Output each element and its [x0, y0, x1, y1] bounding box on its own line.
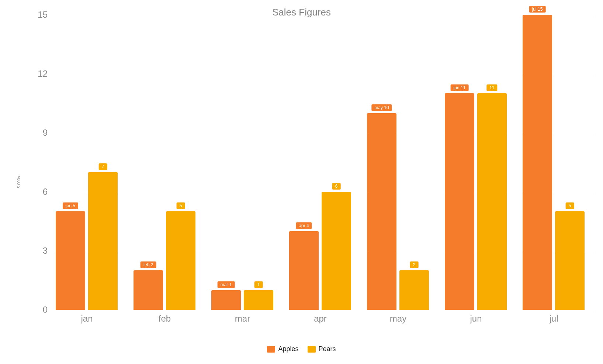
x-tick-may: may: [359, 310, 437, 324]
bar-label-apples-feb: feb 2: [141, 261, 156, 268]
bar-label-apples-may: may 10: [371, 104, 392, 111]
legend: Apples Pears: [0, 345, 603, 353]
bar-pears-jan[interactable]: 7: [88, 172, 118, 310]
legend-item-apples[interactable]: Apples: [267, 345, 298, 353]
bar-label-apples-apr: apr 4: [296, 222, 312, 229]
legend-item-pears[interactable]: Pears: [308, 345, 336, 353]
bar-label-apples-mar: mar 1: [218, 281, 235, 288]
x-tick-apr: apr: [281, 310, 359, 324]
y-tick-15: 15: [25, 10, 48, 20]
cat-mar: mar 1 1 mar: [204, 15, 281, 310]
bar-pears-jun[interactable]: 11: [477, 93, 507, 310]
x-tick-jul: jul: [515, 310, 593, 324]
plot-area: jan 5 7 jan feb 2 5 feb mar: [48, 15, 594, 310]
bar-label-pears-mar: 1: [254, 281, 263, 288]
bar-label-pears-jan: 7: [99, 163, 107, 170]
bar-label-pears-apr: 6: [332, 183, 341, 190]
bar-apples-jun[interactable]: jun 11: [445, 93, 474, 310]
bar-pears-apr[interactable]: 6: [322, 192, 351, 310]
cat-jan: jan 5 7 jan: [48, 15, 126, 310]
bar-apples-apr[interactable]: apr 4: [289, 231, 319, 310]
bar-pears-feb[interactable]: 5: [166, 211, 195, 310]
bar-label-pears-feb: 5: [177, 202, 185, 209]
x-tick-feb: feb: [126, 310, 204, 324]
bar-label-pears-jul: 5: [566, 202, 574, 209]
y-tick-0: 0: [25, 305, 48, 315]
y-tick-6: 6: [25, 187, 48, 197]
bar-label-apples-jun: jun 11: [451, 84, 469, 91]
bar-apples-feb[interactable]: feb 2: [134, 270, 163, 310]
y-axis-label: $ 000s: [17, 176, 21, 188]
y-tick-9: 9: [25, 128, 48, 138]
cat-feb: feb 2 5 feb: [126, 15, 204, 310]
y-tick-3: 3: [25, 246, 48, 256]
bar-apples-jan[interactable]: jan 5: [56, 211, 85, 310]
legend-swatch-pears: [308, 346, 316, 353]
x-tick-jun: jun: [437, 310, 515, 324]
sales-figures-chart: Sales Figures $ 000s 0 3 6 9 12 15 jan 5…: [0, 0, 603, 364]
bar-apples-jul[interactable]: jul 15: [523, 15, 552, 310]
bar-label-apples-jan: jan 5: [63, 202, 78, 209]
bar-label-pears-jun: 11: [486, 84, 497, 91]
cat-may: may 10 2 may: [359, 15, 437, 310]
bars-area: jan 5 7 jan feb 2 5 feb mar: [48, 15, 594, 310]
bar-label-pears-may: 2: [410, 261, 419, 268]
y-tick-12: 12: [25, 69, 48, 79]
legend-label-pears: Pears: [319, 345, 336, 353]
bar-label-apples-jul: jul 15: [529, 6, 546, 13]
legend-label-apples: Apples: [278, 345, 298, 353]
bar-apples-may[interactable]: may 10: [367, 113, 396, 310]
bar-pears-may[interactable]: 2: [399, 270, 429, 310]
x-tick-mar: mar: [204, 310, 281, 324]
bar-pears-jul[interactable]: 5: [555, 211, 585, 310]
bar-apples-mar[interactable]: mar 1: [211, 290, 241, 310]
cat-apr: apr 4 6 apr: [281, 15, 359, 310]
cat-jul: jul 15 5 jul: [515, 15, 593, 310]
legend-swatch-apples: [267, 346, 275, 353]
cat-jun: jun 11 11 jun: [437, 15, 515, 310]
bar-pears-mar[interactable]: 1: [244, 290, 273, 310]
x-tick-jan: jan: [48, 310, 126, 324]
